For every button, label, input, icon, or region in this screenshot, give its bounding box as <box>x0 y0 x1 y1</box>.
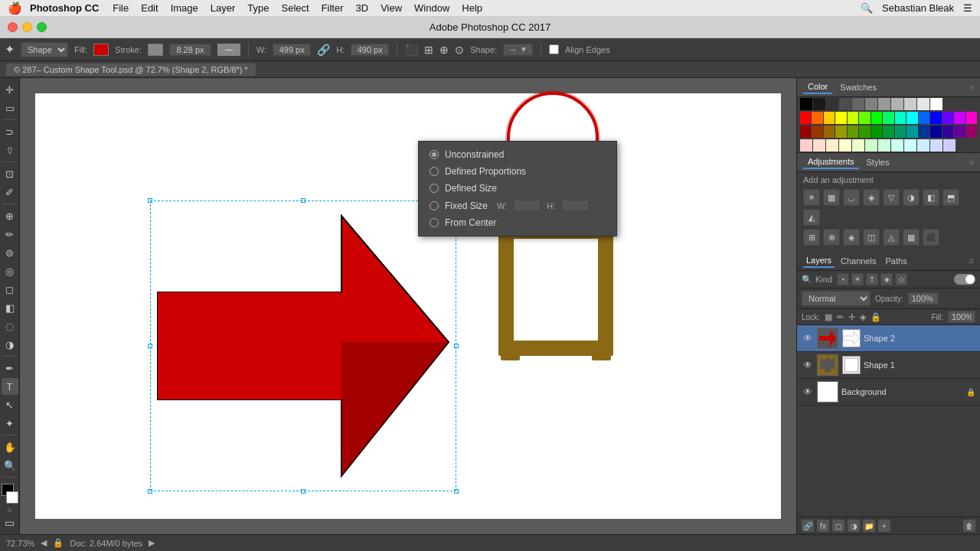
width-input[interactable] <box>273 44 311 56</box>
shape-tool[interactable]: ✦ <box>2 415 18 432</box>
tool-preset-icon[interactable]: ✦ <box>5 42 15 57</box>
swatch-l1[interactable] <box>800 139 812 152</box>
lock-position-icon[interactable]: ✛ <box>848 312 855 322</box>
fx-btn[interactable]: fx <box>817 520 829 532</box>
swatches-tab[interactable]: Swatches <box>835 81 881 93</box>
path-align-icon[interactable]: ⊞ <box>424 44 433 56</box>
bottom-arrow-left[interactable]: ◀ <box>41 538 47 548</box>
filter-toggle[interactable] <box>954 274 975 285</box>
minimize-button[interactable] <box>22 22 32 32</box>
blend-mode-select[interactable]: Normal Multiply Screen Overlay <box>802 291 871 306</box>
swatch-g6[interactable] <box>878 98 890 110</box>
folder-btn[interactable]: 📁 <box>863 520 875 532</box>
path-select-tool[interactable]: ↖ <box>2 396 18 413</box>
screen-mode-icon[interactable]: ▭ <box>5 517 15 529</box>
move-tool[interactable]: ✛ <box>2 81 18 98</box>
fill-color-swatch[interactable] <box>93 44 109 56</box>
swatch-r12[interactable] <box>930 112 941 124</box>
swatch-r9[interactable] <box>895 112 906 124</box>
swatch-m15[interactable] <box>966 126 977 138</box>
dropdown-fixed-size[interactable]: Fixed Size W: H: <box>419 197 616 214</box>
close-button[interactable] <box>8 22 18 32</box>
swatch-l4[interactable] <box>839 139 851 152</box>
lock-transparent-icon[interactable]: ▦ <box>825 312 832 322</box>
dropdown-unconstrained[interactable]: Unconstrained <box>419 146 616 163</box>
swatch-g2[interactable] <box>826 98 838 110</box>
swatch-l11[interactable] <box>930 139 942 152</box>
swatch-l10[interactable] <box>917 139 929 152</box>
swatch-r11[interactable] <box>919 112 929 124</box>
invert-adj[interactable]: ◈ <box>843 229 860 246</box>
menu-type[interactable]: Type <box>247 2 269 14</box>
swatch-l3[interactable] <box>826 139 838 152</box>
filter-type-icon[interactable]: T <box>866 273 878 285</box>
filter-smart-icon[interactable]: ◇ <box>895 273 907 285</box>
colorlookup-adj[interactable]: ⊕ <box>823 229 840 246</box>
clone-tool[interactable]: ⊜ <box>2 244 18 261</box>
dropdown-from-center[interactable]: From Center <box>419 214 616 231</box>
swatch-l12[interactable] <box>943 139 956 152</box>
swatch-black[interactable] <box>800 98 812 110</box>
menu-select[interactable]: Select <box>281 2 309 14</box>
menu-view[interactable]: View <box>381 2 402 14</box>
exposure-adj[interactable]: ◈ <box>863 189 880 206</box>
panel-options-icon[interactable]: ≡ <box>969 83 974 92</box>
search-icon[interactable]: 🔍 <box>861 2 873 14</box>
photofilter-adj[interactable]: ◭ <box>803 209 820 226</box>
menu-window[interactable]: Window <box>414 2 449 14</box>
blur-tool[interactable]: ◌ <box>2 318 18 334</box>
swatch-m13[interactable] <box>942 126 953 138</box>
link-dimensions-icon[interactable]: 🔗 <box>317 44 330 56</box>
swatch-r14[interactable] <box>954 112 965 124</box>
swatch-g9[interactable] <box>917 98 929 110</box>
menu-edit[interactable]: Edit <box>141 2 158 14</box>
gradientmap-adj[interactable]: ▦ <box>903 229 920 246</box>
brush-tool[interactable]: ✏ <box>2 226 18 243</box>
filter-pixel-icon[interactable]: ▪ <box>837 273 849 285</box>
crop-tool[interactable]: ⊡ <box>2 165 18 182</box>
swatch-m9[interactable] <box>895 126 906 138</box>
swatch-m12[interactable] <box>930 126 941 138</box>
swatch-m8[interactable] <box>883 126 893 138</box>
swatch-g5[interactable] <box>865 98 877 110</box>
filter-shape-icon[interactable]: ◈ <box>880 273 893 285</box>
menu-file[interactable]: File <box>113 2 129 14</box>
swatch-l2[interactable] <box>813 139 825 152</box>
vibrance-adj[interactable]: ▽ <box>883 189 900 206</box>
height-input[interactable] <box>351 44 389 56</box>
color-tab[interactable]: Color <box>803 80 832 94</box>
canvas[interactable] <box>35 93 781 519</box>
swatch-m3[interactable] <box>824 126 835 138</box>
layer-vis-shape1[interactable]: 👁 <box>802 359 814 371</box>
adj-options-icon[interactable]: ≡ <box>969 158 974 167</box>
swatch-g7[interactable] <box>891 98 903 110</box>
document-tab[interactable]: © 287– Custom Shape Tool.psd @ 72.7% (Sh… <box>6 64 256 76</box>
arrow-shape[interactable] <box>150 201 456 491</box>
layer-background[interactable]: 👁 Background 🔒 <box>797 379 980 406</box>
swatch-l6[interactable] <box>865 139 877 152</box>
link-layers-btn[interactable]: 🔗 <box>802 520 814 532</box>
menu-layer[interactable]: Layer <box>211 2 236 14</box>
swatch-r1[interactable] <box>800 112 811 124</box>
marquee-tool[interactable]: ▭ <box>2 99 18 116</box>
channelmix-adj[interactable]: ⊞ <box>803 229 820 246</box>
stroke-color-swatch[interactable] <box>148 44 163 56</box>
dropdown-defined-proportions[interactable]: Defined Proportions <box>419 163 616 180</box>
swatch-m6[interactable] <box>859 126 870 138</box>
swatch-r3[interactable] <box>824 112 835 124</box>
swatch-g8[interactable] <box>904 98 916 110</box>
swatch-m4[interactable] <box>835 126 846 138</box>
fixed-height-input[interactable] <box>561 200 589 211</box>
swatch-g1[interactable] <box>813 98 825 110</box>
adj-layer-btn[interactable]: ◑ <box>848 520 860 532</box>
shape-type-select[interactable]: Shape Path Pixels <box>21 42 68 57</box>
align-edges-checkbox[interactable] <box>549 44 559 54</box>
layers-options-icon[interactable]: ≡ <box>969 256 974 266</box>
lasso-tool[interactable]: ⊃ <box>2 123 18 140</box>
swatch-m5[interactable] <box>848 126 858 138</box>
menu-filter[interactable]: Filter <box>322 2 344 14</box>
menu-image[interactable]: Image <box>171 2 198 14</box>
layers-tab[interactable]: Layers <box>803 254 835 268</box>
swatch-m2[interactable] <box>812 126 822 138</box>
menu-list-icon[interactable]: ☰ <box>963 2 972 14</box>
